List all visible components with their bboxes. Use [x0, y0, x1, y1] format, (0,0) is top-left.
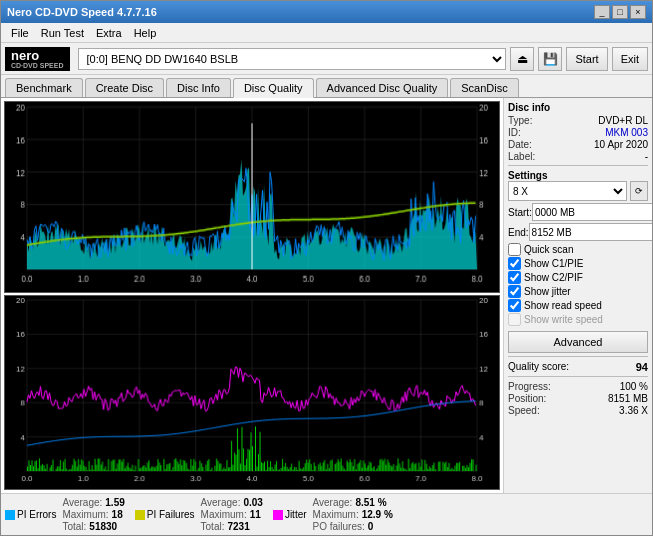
main-window: Nero CD-DVD Speed 4.7.7.16 _ □ × File Ru…	[0, 0, 653, 536]
quality-score-label: Quality score:	[508, 361, 569, 373]
chart-top	[4, 101, 500, 293]
pi-failures-group: PI Failures Average: 0.03 Maximum: 11 To…	[135, 497, 263, 532]
progress-row: Progress: 100 %	[508, 381, 648, 392]
quality-score-value: 94	[636, 361, 648, 373]
drive-select[interactable]: [0:0] BENQ DD DW1640 BSLB	[78, 48, 507, 70]
pi-errors-max: Maximum: 18	[62, 509, 124, 520]
jitter-legend: Jitter	[273, 497, 307, 532]
charts-area	[1, 98, 504, 493]
advanced-button[interactable]: Advanced	[508, 331, 648, 353]
pi-errors-avg-value: 1.59	[105, 497, 124, 508]
tab-create-disc[interactable]: Create Disc	[85, 78, 164, 97]
show-jitter-checkbox[interactable]	[508, 285, 521, 298]
menu-extra[interactable]: Extra	[90, 26, 128, 40]
progress-value: 100 %	[620, 381, 648, 392]
position-row: Position: 8151 MB	[508, 393, 648, 404]
disc-date-value: 10 Apr 2020	[594, 139, 648, 150]
show-jitter-row: Show jitter	[508, 285, 648, 298]
speed-label: Speed:	[508, 405, 540, 416]
show-c2pif-label: Show C2/PIF	[524, 272, 583, 283]
start-mb-input[interactable]	[532, 203, 652, 221]
pi-failures-max: Maximum: 11	[201, 509, 263, 520]
pi-errors-avg-label: Average:	[62, 497, 102, 508]
pi-failures-max-value: 11	[250, 509, 261, 520]
toolbar: nero CD·DVD SPEED [0:0] BENQ DD DW1640 B…	[1, 43, 652, 75]
bottom-stats-bar: PI Errors Average: 1.59 Maximum: 18 Tota…	[1, 493, 652, 535]
disc-label-row: Label: -	[508, 151, 648, 162]
jitter-legend-box	[273, 510, 283, 520]
quick-scan-checkbox[interactable]	[508, 243, 521, 256]
end-mb-input[interactable]	[529, 223, 652, 241]
disc-id-row: ID: MKM 003	[508, 127, 648, 138]
pi-failures-avg-label: Average:	[201, 497, 241, 508]
pi-failures-legend-box	[135, 510, 145, 520]
start-button[interactable]: Start	[566, 47, 607, 71]
tab-disc-info[interactable]: Disc Info	[166, 78, 231, 97]
show-read-speed-checkbox[interactable]	[508, 299, 521, 312]
tab-scandisc[interactable]: ScanDisc	[450, 78, 518, 97]
maximize-button[interactable]: □	[612, 5, 628, 19]
pi-errors-max-label: Maximum:	[62, 509, 108, 520]
tab-bar: Benchmark Create Disc Disc Info Disc Qua…	[1, 75, 652, 98]
jitter-max: Maximum: 12.9 %	[313, 509, 393, 520]
pi-errors-total-label: Total:	[62, 521, 86, 532]
disc-id-value: MKM 003	[605, 127, 648, 138]
jitter-po-value: 0	[368, 521, 374, 532]
close-button[interactable]: ×	[630, 5, 646, 19]
quick-scan-label: Quick scan	[524, 244, 573, 255]
show-c2pif-checkbox[interactable]	[508, 271, 521, 284]
show-read-speed-label: Show read speed	[524, 300, 602, 311]
tab-advanced-disc-quality[interactable]: Advanced Disc Quality	[316, 78, 449, 97]
start-mb-label: Start:	[508, 207, 532, 218]
menu-help[interactable]: Help	[128, 26, 163, 40]
jitter-max-value: 12.9 %	[362, 509, 393, 520]
quick-scan-row: Quick scan	[508, 243, 648, 256]
pi-errors-legend: PI Errors	[5, 497, 56, 532]
pi-errors-stats: Average: 1.59 Maximum: 18 Total: 51830	[62, 497, 124, 532]
speed-select[interactable]: 8 X	[508, 181, 627, 201]
pi-errors-group: PI Errors Average: 1.59 Maximum: 18 Tota…	[5, 497, 125, 532]
disc-info-title: Disc info	[508, 102, 648, 113]
progress-section: Progress: 100 % Position: 8151 MB Speed:…	[508, 381, 648, 416]
disc-label-value: -	[645, 151, 648, 162]
show-c1pie-label: Show C1/PIE	[524, 258, 583, 269]
jitter-label: Jitter	[285, 509, 307, 520]
divider-1	[508, 165, 648, 166]
minimize-button[interactable]: _	[594, 5, 610, 19]
show-write-speed-row: Show write speed	[508, 313, 648, 326]
tab-disc-quality[interactable]: Disc Quality	[233, 78, 314, 98]
main-content: Disc info Type: DVD+R DL ID: MKM 003 Dat…	[1, 98, 652, 493]
pi-failures-stats: Average: 0.03 Maximum: 11 Total: 7231	[201, 497, 263, 532]
disc-date-row: Date: 10 Apr 2020	[508, 139, 648, 150]
disc-type-row: Type: DVD+R DL	[508, 115, 648, 126]
show-c1pie-checkbox[interactable]	[508, 257, 521, 270]
eject-icon[interactable]: ⏏	[510, 47, 534, 71]
save-icon[interactable]: 💾	[538, 47, 562, 71]
divider-3	[508, 376, 648, 377]
disc-id-label: ID:	[508, 127, 521, 138]
show-c1pie-row: Show C1/PIE	[508, 257, 648, 270]
show-write-speed-label: Show write speed	[524, 314, 603, 325]
menu-bar: File Run Test Extra Help	[1, 23, 652, 43]
show-c2pif-row: Show C2/PIF	[508, 271, 648, 284]
start-mb-row: Start:	[508, 203, 648, 221]
disc-label-label: Label:	[508, 151, 535, 162]
menu-run-test[interactable]: Run Test	[35, 26, 90, 40]
pi-errors-avg: Average: 1.59	[62, 497, 124, 508]
quality-score-row: Quality score: 94	[508, 361, 648, 373]
position-value: 8151 MB	[608, 393, 648, 404]
pi-errors-legend-box	[5, 510, 15, 520]
menu-file[interactable]: File	[5, 26, 35, 40]
pi-failures-total-value: 7231	[227, 521, 249, 532]
title-bar: Nero CD-DVD Speed 4.7.7.16 _ □ ×	[1, 1, 652, 23]
chart-bottom	[4, 295, 500, 490]
speed-value: 3.36 X	[619, 405, 648, 416]
show-read-speed-row: Show read speed	[508, 299, 648, 312]
jitter-avg-value: 8.51 %	[355, 497, 386, 508]
pi-failures-avg: Average: 0.03	[201, 497, 263, 508]
exit-button[interactable]: Exit	[612, 47, 648, 71]
disc-date-label: Date:	[508, 139, 532, 150]
spin-button[interactable]: ⟳	[630, 181, 648, 201]
chart1-canvas	[5, 102, 499, 292]
tab-benchmark[interactable]: Benchmark	[5, 78, 83, 97]
